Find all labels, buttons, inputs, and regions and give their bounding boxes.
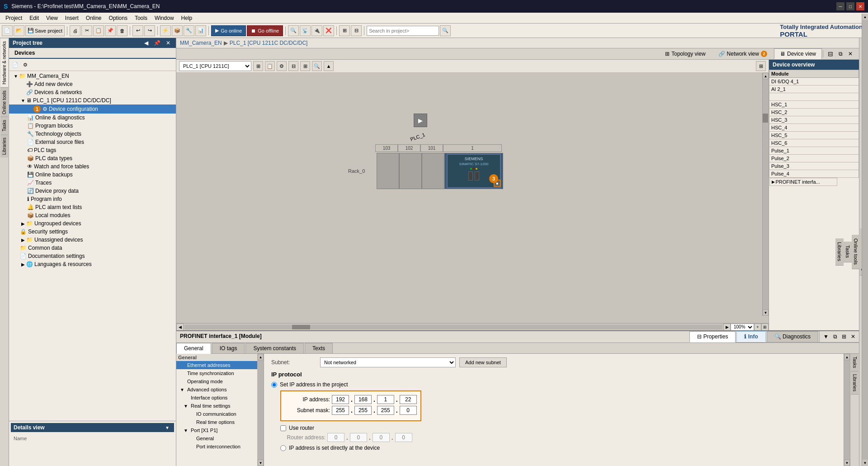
use-router-checkbox[interactable] [280,425,286,431]
tree-new-btn[interactable]: 📄 [11,60,20,69]
tree-item-ungrouped[interactable]: ▶ 📁 Ungrouped devices [9,219,176,228]
tree-collapse-btn[interactable]: ◀ [142,40,150,46]
tree-pin-btn[interactable]: 📌 [152,40,162,46]
vtab-libraries[interactable]: Libraries [0,134,8,157]
dev-tb-btn4[interactable]: ⊟ [288,61,298,71]
bottom-close-btn[interactable]: ✕ [849,333,857,340]
content-tab-system-constants[interactable]: System constants [245,343,304,353]
vtab-hardware-networks[interactable]: Hardware & networks [0,38,8,87]
tree-item-online-diag[interactable]: 📊 Online & diagnostics [9,114,176,122]
slot-102[interactable] [399,153,422,189]
catalog-tab-libraries[interactable]: Libraries [835,238,844,265]
router-octet-1[interactable] [327,433,344,442]
devices-tab[interactable]: Devices [9,48,176,59]
view-collapse-btn[interactable]: ⊟ [826,50,835,57]
dev-tb-btn1[interactable]: ⊞ [253,61,263,71]
ov-row-hsc6[interactable]: HSC_6 [769,139,859,147]
nav-item-interface-options[interactable]: Interface options [176,394,257,402]
tree-settings-btn[interactable]: ⚙ [21,60,30,69]
vtab-far-tasks[interactable]: Tasks [851,354,859,371]
view-btn1[interactable]: ⊞ [339,25,350,36]
go-offline-button[interactable]: ⏹ Go offline [247,25,283,36]
menu-view[interactable]: View [42,14,61,22]
tb-btn1[interactable]: ⚡ [160,25,171,36]
breadcrumb-part2[interactable]: PLC_1 [CPU 1211C DC/DC/DC] [230,40,308,46]
subnet-select[interactable]: Not networked [320,357,456,367]
hscroll-thumb[interactable] [292,325,310,329]
tree-item-mm-camera[interactable]: ▼ 📁 MM_Camera_EN [9,72,176,80]
view-float-btn[interactable]: ⧉ [837,51,844,57]
hscroll-right[interactable]: ▶ [723,323,731,331]
tree-item-plc-alarm-texts[interactable]: 🔔 PLC alarm text lists [9,203,176,211]
tree-item-local-modules[interactable]: 📦 Local modules [9,211,176,219]
tree-item-security[interactable]: 🔒 Security settings [9,228,176,236]
online-tools-btn2[interactable]: 📡 [300,25,311,36]
ov-row-ai[interactable]: AI 2_1 [769,86,859,93]
tree-item-devices-networks[interactable]: 🔗 Devices & networks [9,88,176,96]
tree-item-program-info[interactable]: ℹ Program info [9,195,176,203]
online-tools-btn3[interactable]: 🔌 [311,25,322,36]
ov-row-hsc2[interactable]: HSC_2 [769,109,859,116]
hscroll-track[interactable] [184,325,722,329]
save-button[interactable]: 💾 Save project [25,25,65,36]
router-octet-4[interactable] [395,433,412,442]
catalog-tab-online[interactable]: Online tools [852,235,860,269]
tree-item-plc1[interactable]: ▼ 🖥 PLC_1 [CPU 1211C DC/DC/DC] [9,96,176,105]
nav-item-realtime-settings[interactable]: ▼ Real time settings [176,402,257,410]
set-ip-radio[interactable] [271,382,277,388]
search-input[interactable] [367,26,439,36]
tree-item-watch-force[interactable]: 👁 Watch and force tables [9,162,176,171]
dev-tb-btn2[interactable]: 📋 [265,61,275,71]
content-tab-general[interactable]: General [176,343,211,354]
view-close-btn[interactable]: ✕ [846,51,854,57]
vtab-tasks[interactable]: Tasks [0,117,8,134]
vtab-far-libraries[interactable]: Libraries [851,371,859,395]
ov-row-hsc5[interactable]: HSC_5 [769,132,859,139]
nav-scroll-down[interactable]: ▼ [258,460,264,466]
ov-row-profinet[interactable]: ▶ PROFINET interfa... [769,178,859,186]
mask-octet-4[interactable] [400,406,417,415]
slot-cpu[interactable]: SIEMENS SIMATIC S7-1200 [444,153,503,189]
copy-button[interactable]: 📋 [93,25,104,36]
tree-item-online-backups[interactable]: 💾 Online backups [9,171,176,179]
ov-row-pulse3[interactable]: Pulse_3 [769,162,859,170]
print-button[interactable]: 🖨 [70,25,80,36]
nav-item-operating-mode[interactable]: Operating mode [176,377,257,385]
slot-101[interactable] [422,153,444,189]
tree-item-add-device[interactable]: ➕ Add new device [9,80,176,88]
breadcrumb-part1[interactable]: MM_Camera_EN [180,40,222,46]
tree-item-traces[interactable]: 📈 Traces [9,179,176,187]
mask-octet-3[interactable] [377,406,394,415]
content-tab-texts[interactable]: Texts [305,343,333,353]
ip-octet-2[interactable] [354,395,372,404]
nav-item-io-comm[interactable]: IO communication [176,410,257,418]
nav-item-ethernet-addr[interactable]: Ethernet addresses [176,361,257,369]
device-selector[interactable]: PLC_1 [CPU 1211C] [179,61,251,71]
ov-row-di-dq[interactable]: DI 6/DQ 4_1 [769,78,859,86]
tree-item-languages[interactable]: ▶ 🌐 Languages & resources [9,260,176,268]
bottom-float-btn[interactable]: ⧉ [831,333,839,340]
ov-row-hsc4[interactable]: HSC_4 [769,124,859,132]
cut-button[interactable]: ✂ [81,25,92,36]
tb-btn3[interactable]: 🔧 [184,25,194,36]
vscroll-thumb[interactable] [763,114,768,123]
menu-project[interactable]: Project [2,14,26,22]
dev-tb-btn5[interactable]: ⊞ [300,61,310,71]
vscroll-down[interactable]: ▼ [763,309,769,316]
tree-item-device-proxy[interactable]: 🔄 Device proxy data [9,187,176,195]
ip-octet-1[interactable] [332,395,349,404]
menu-insert[interactable]: Insert [61,14,82,22]
ov-row-pulse2[interactable]: Pulse_2 [769,155,859,162]
nav-item-time-sync[interactable]: Time synchronization [176,369,257,377]
dev-tb-maximize[interactable]: ⊞ [756,61,766,71]
tb-btn2[interactable]: 📦 [172,25,183,36]
paste-button[interactable]: 📌 [105,25,116,36]
add-subnet-button[interactable]: Add new subnet [459,357,507,367]
new-button[interactable]: 📄 [2,25,13,36]
tab-topology[interactable]: ⊞ Topology view [659,48,711,59]
fit-view-btn[interactable]: ⊞ [761,323,769,331]
menu-window[interactable]: Window [151,14,178,22]
tree-item-plc-tags[interactable]: 🏷 PLC tags [9,146,176,154]
ov-row-pulse1[interactable]: Pulse_1 [769,147,859,155]
tree-item-program-blocks[interactable]: 📋 Program blocks [9,122,176,130]
